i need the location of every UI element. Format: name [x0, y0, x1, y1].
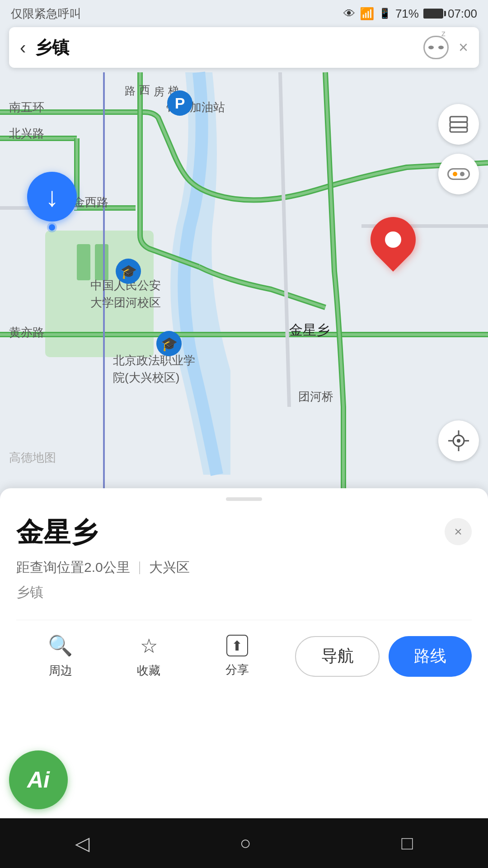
wifi-icon: 📶 [360, 7, 374, 21]
ai-button[interactable]: Ai [9, 750, 68, 809]
navigate-button[interactable]: 导航 [295, 636, 380, 677]
nav-back-button[interactable]: ◁ [75, 832, 89, 854]
action-nearby[interactable]: 🔍 周边 [16, 634, 105, 679]
carrier-text: 仅限紧急呼叫 [11, 6, 81, 22]
share-icon: ⬆ [226, 635, 248, 656]
battery-percent: 71% [395, 7, 419, 21]
mode-icon [447, 168, 470, 180]
destination-pin [371, 217, 416, 269]
label-huangyilu: 黄亦路 [9, 325, 44, 340]
map-mode-button[interactable] [438, 154, 479, 194]
current-location-pin: ↓ [27, 172, 77, 231]
locate-button[interactable] [438, 420, 479, 461]
school-icon-2: 🎓 [156, 331, 182, 356]
layers-icon [448, 116, 469, 133]
sheet-distance: 距查询位置2.0公里 [16, 558, 130, 577]
meta-divider [139, 561, 140, 574]
label-jinxilu: 金西路 [73, 194, 108, 210]
nearby-icon: 🔍 [48, 634, 73, 657]
status-icons: 👁 📶 📱 71% 07:00 [343, 7, 477, 21]
label-beijing2: 院(大兴校区) [113, 370, 179, 386]
route-button[interactable]: 路线 [389, 636, 472, 677]
label-jinxingxiang: 金星乡 [289, 321, 330, 340]
search-close-button[interactable]: × [459, 38, 468, 57]
nav-route-buttons: 导航 路线 [295, 636, 472, 677]
nav-home-button[interactable]: ○ [240, 832, 251, 854]
parking-pin: P [167, 90, 192, 116]
robot-face-icon [423, 36, 449, 59]
signal-icon: 📱 [379, 8, 391, 19]
search-query: 乡镇 [35, 36, 422, 59]
map-watermark: 高德地图 [9, 450, 56, 466]
sheet-drag-handle[interactable] [226, 497, 262, 501]
sheet-header: 金星乡 × [16, 514, 472, 551]
nearby-label: 周边 [49, 663, 72, 679]
current-location-circle: ↓ [27, 172, 77, 222]
parking-icon: P [167, 90, 192, 116]
bottom-sheet: 金星乡 × 距查询位置2.0公里 大兴区 乡镇 🔍 周边 ☆ 收藏 ⬆ 分享 导… [0, 488, 488, 868]
status-bar: 仅限紧急呼叫 👁 📶 📱 71% 07:00 [0, 0, 488, 27]
school-pin-1: 🎓 [116, 259, 141, 284]
sheet-type: 乡镇 [16, 583, 472, 602]
map-container: 南五环 北兴路 金西路 梯房西路 银星加油站 中国人民公安 大学团河校区 北京政… [0, 0, 488, 493]
sheet-district: 大兴区 [149, 558, 190, 577]
svg-rect-5 [450, 127, 467, 132]
navigation-bar: ◁ ○ □ [0, 818, 488, 868]
time-display: 07:00 [448, 7, 477, 21]
destination-pin-inner [385, 231, 401, 248]
map-layers-button[interactable] [438, 104, 479, 145]
label-beixinglu: 北兴路 [9, 126, 44, 142]
share-label: 分享 [225, 662, 249, 678]
nav-recent-button[interactable]: □ [401, 832, 413, 854]
action-share[interactable]: ⬆ 分享 [193, 635, 282, 678]
svg-rect-3 [450, 117, 467, 122]
collect-label: 收藏 [137, 663, 160, 679]
action-row: 🔍 周边 ☆ 收藏 ⬆ 分享 导航 路线 [16, 620, 472, 692]
eye-icon: 👁 [343, 7, 355, 21]
sheet-close-button[interactable]: × [445, 518, 472, 545]
battery-icon [423, 9, 443, 19]
robot-avatar[interactable] [422, 34, 450, 61]
search-bar: ‹ 乡镇 × [9, 27, 479, 68]
back-button[interactable]: ‹ [20, 38, 26, 58]
svg-rect-4 [450, 122, 467, 127]
label-nanwuhuan: 南五环 [9, 99, 44, 115]
ai-label: Ai [27, 767, 50, 793]
svg-rect-1 [77, 244, 90, 280]
current-location-tail [49, 224, 55, 231]
label-tuanhe: 团河桥 [298, 389, 333, 405]
school-pin-2: 🎓 [156, 331, 182, 356]
action-collect[interactable]: ☆ 收藏 [105, 634, 193, 679]
destination-pin-head [361, 208, 425, 271]
locate-icon [447, 429, 470, 452]
school-icon-1: 🎓 [116, 259, 141, 284]
label-zhongguo2: 大学团河校区 [90, 295, 161, 311]
svg-point-7 [457, 439, 460, 443]
svg-rect-2 [95, 244, 108, 280]
label-beijing1: 北京政法职业学 [113, 353, 195, 368]
collect-icon: ☆ [140, 634, 158, 657]
sheet-meta: 距查询位置2.0公里 大兴区 [16, 558, 472, 577]
sheet-title: 金星乡 [16, 514, 98, 551]
